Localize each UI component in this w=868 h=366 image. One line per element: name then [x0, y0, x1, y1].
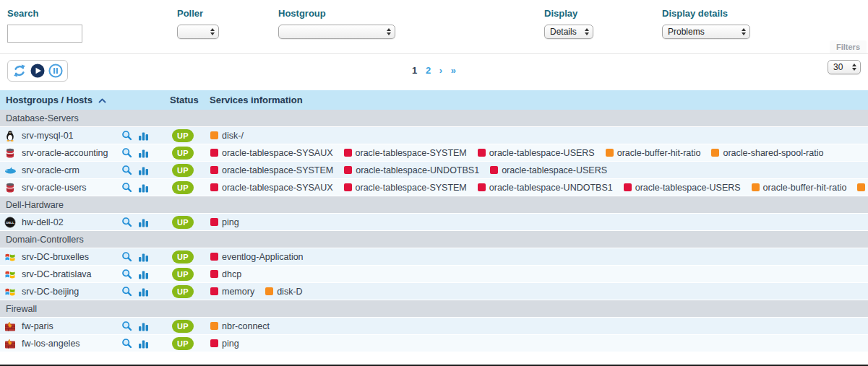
poller-select[interactable]: [177, 25, 219, 39]
performance-graph-icon[interactable]: [138, 183, 149, 193]
display-details-select-value: Problems: [668, 27, 705, 37]
page-last-link[interactable]: »: [451, 65, 456, 76]
host-link[interactable]: srv-DC-beijing: [22, 287, 79, 297]
service-link[interactable]: memory: [222, 287, 254, 297]
service-link[interactable]: oracle-tablespace-USERS: [489, 148, 595, 158]
services-cell: eventlog-Application: [210, 252, 868, 262]
host-actions: [121, 127, 149, 144]
filter-field-search: Search: [7, 8, 82, 43]
service-item: oracle-tablespace-SYSTEM: [210, 165, 333, 175]
page-2-link[interactable]: 2: [426, 65, 431, 76]
hostgroup-row[interactable]: Firewall: [0, 300, 868, 318]
host-link[interactable]: srv-DC-bratislava: [22, 269, 92, 279]
service-link[interactable]: nbr-connect: [222, 321, 270, 331]
performance-graph-icon[interactable]: [138, 252, 149, 262]
view-service-details-icon[interactable]: [121, 182, 132, 193]
warning-status-square: [265, 287, 273, 295]
service-link[interactable]: ping: [222, 217, 239, 227]
host-link[interactable]: srv-oracle-users: [22, 183, 87, 193]
display-select[interactable]: Details: [544, 25, 593, 39]
search-input[interactable]: [7, 25, 82, 43]
service-link[interactable]: oracle-tablespace-SYSTEM: [356, 148, 467, 158]
status-badge: UP: [172, 129, 194, 142]
services-cell: ping: [210, 217, 868, 227]
host-actions: [121, 318, 149, 334]
view-service-details-icon[interactable]: [121, 269, 132, 279]
performance-graph-icon[interactable]: [138, 321, 149, 331]
host-row: srv-mysql-01UPdisk-/: [0, 127, 868, 144]
view-service-details-icon[interactable]: [121, 321, 132, 331]
host-link[interactable]: srv-DC-bruxelles: [22, 252, 89, 262]
performance-graph-icon[interactable]: [138, 269, 149, 279]
view-service-details-icon[interactable]: [121, 147, 132, 158]
view-service-details-icon[interactable]: [121, 251, 132, 262]
service-link[interactable]: dhcp: [222, 269, 241, 279]
service-link[interactable]: oracle-tablespace-SYSAUX: [222, 148, 333, 158]
service-link[interactable]: disk-/: [222, 131, 244, 141]
service-link[interactable]: disk-D: [277, 287, 302, 297]
filters-button[interactable]: Filters: [830, 40, 867, 53]
host-link[interactable]: hw-dell-02: [22, 217, 64, 227]
service-link[interactable]: oracle-buffer-hit-ratio: [617, 148, 701, 158]
service-link[interactable]: eventlog-Application: [222, 252, 304, 262]
performance-graph-icon[interactable]: [138, 165, 149, 175]
hosts-table-body: Database-Serverssrv-mysql-01UPdisk-/srv-…: [0, 110, 868, 352]
filter-label-display: Display: [544, 8, 593, 19]
service-link[interactable]: oracle-shared-spool-ratio: [723, 148, 823, 158]
page-size-select[interactable]: 30: [828, 60, 861, 74]
host-cell: srv-DC-bratislava: [0, 266, 170, 282]
view-service-details-icon[interactable]: [121, 286, 132, 297]
hostgroup-row[interactable]: Domain-Controllers: [0, 231, 868, 248]
service-link[interactable]: oracle-tablespace-UNDOTBS1: [356, 165, 479, 175]
view-service-details-icon[interactable]: [121, 165, 132, 175]
display-details-select[interactable]: Problems: [662, 25, 750, 39]
service-link[interactable]: oracle-tablespace-UNDOTBS1: [489, 183, 613, 193]
firewall-icon: [4, 321, 17, 332]
page-current[interactable]: 1: [412, 65, 417, 76]
performance-graph-icon[interactable]: [138, 148, 149, 158]
host-link[interactable]: srv-oracle-accounting: [22, 148, 108, 158]
dolphin-icon: [4, 165, 17, 176]
sort-asc-icon: [98, 98, 106, 103]
services-cell: nbr-connect: [210, 321, 868, 331]
service-link[interactable]: oracle-tablespace-USERS: [502, 165, 607, 175]
warning-status-square: [752, 183, 760, 191]
status-cell: UP: [170, 129, 210, 142]
services-cell: oracle-tablespace-SYSAUXoracle-tablespac…: [210, 183, 868, 193]
service-link[interactable]: oracle-tablespace-SYSTEM: [222, 165, 333, 175]
view-service-details-icon[interactable]: [121, 217, 132, 227]
hostgroup-row[interactable]: Database-Servers: [0, 110, 868, 127]
hostgroup-row[interactable]: Dell-Hardware: [0, 196, 868, 214]
performance-graph-icon[interactable]: [138, 131, 149, 141]
select-arrows-icon: [585, 28, 589, 35]
column-header-services: Services information: [210, 95, 868, 105]
host-link[interactable]: srv-oracle-crm: [22, 165, 80, 175]
host-link[interactable]: srv-mysql-01: [22, 131, 74, 141]
filter-field-poller: Poller: [177, 8, 219, 39]
service-link[interactable]: oracle-tablespace-USERS: [635, 183, 741, 193]
page-next-link[interactable]: ›: [439, 65, 442, 76]
column-header-hosts[interactable]: Hostgroups / Hosts: [0, 95, 170, 105]
services-cell: disk-/: [210, 131, 868, 141]
performance-graph-icon[interactable]: [138, 287, 149, 297]
host-link[interactable]: fw-paris: [22, 321, 53, 331]
select-arrows-icon: [852, 64, 856, 71]
page-size-value: 30: [833, 62, 843, 72]
hostgroup-select[interactable]: [278, 25, 395, 39]
performance-graph-icon[interactable]: [138, 217, 149, 227]
view-service-details-icon[interactable]: [121, 338, 132, 349]
service-link[interactable]: ping: [222, 339, 239, 349]
critical-status-square: [210, 218, 218, 226]
service-link[interactable]: oracle-tablespace-SYSTEM: [356, 183, 467, 193]
critical-status-square: [478, 183, 486, 191]
performance-graph-icon[interactable]: [138, 339, 149, 349]
filter-label-hostgroup: Hostgroup: [278, 8, 395, 19]
service-link[interactable]: oracle-tablespace-SYSAUX: [222, 183, 333, 193]
status-cell: UP: [170, 147, 210, 160]
host-link[interactable]: fw-los-angeles: [22, 339, 80, 349]
service-item: ping: [210, 217, 239, 227]
view-service-details-icon[interactable]: [121, 130, 132, 141]
service-link[interactable]: oracle-buffer-hit-ratio: [763, 183, 847, 193]
host-actions: [121, 283, 149, 300]
warning-status-square: [210, 322, 218, 330]
